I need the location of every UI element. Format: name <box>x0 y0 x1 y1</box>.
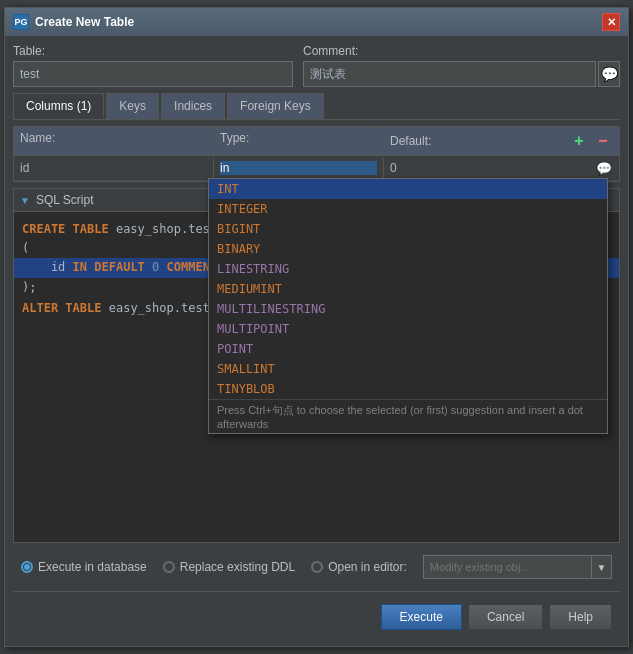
tab-columns[interactable]: Columns (1) <box>13 93 104 119</box>
title-bar-left: PG Create New Table <box>13 14 134 30</box>
col-default-input[interactable] <box>390 161 593 175</box>
execute-db-radio[interactable] <box>21 561 33 573</box>
col-type-input[interactable] <box>220 161 377 175</box>
col-type-header: Type: <box>214 127 384 155</box>
tab-keys[interactable]: Keys <box>106 93 159 119</box>
col-default-header: Default: + − <box>384 127 619 155</box>
main-window: PG Create New Table ✕ Table: Comment: 💬 <box>4 7 629 647</box>
col-default-cell: 💬 <box>384 156 619 180</box>
col-action-buttons: + − <box>569 131 613 151</box>
open-editor-option[interactable]: Open in editor: <box>311 560 407 574</box>
autocomplete-hint: Press Ctrl+句点 to choose the selected (or… <box>209 399 607 433</box>
app-icon: PG <box>13 14 29 30</box>
autocomplete-dropdown: INT INTEGER BIGINT BINARY LINESTRING MED… <box>208 178 608 434</box>
autocomplete-item-binary[interactable]: BINARY <box>209 239 607 259</box>
autocomplete-item-linestring[interactable]: LINESTRING <box>209 259 607 279</box>
col-name-input[interactable] <box>20 161 207 175</box>
remove-column-button[interactable]: − <box>593 131 613 151</box>
open-editor-input-group: ▼ <box>423 555 612 579</box>
col-name-cell <box>14 158 214 178</box>
columns-header-row: Name: Type: Default: + − <box>14 127 619 156</box>
replace-ddl-option[interactable]: Replace existing DDL <box>163 560 295 574</box>
open-editor-input[interactable] <box>423 555 592 579</box>
title-bar: PG Create New Table ✕ <box>5 8 628 36</box>
table-field-group: Table: <box>13 44 293 87</box>
comment-field-group: Comment: 💬 <box>303 44 620 87</box>
cancel-button[interactable]: Cancel <box>468 604 543 630</box>
col-type-cell: INT INTEGER BIGINT BINARY LINESTRING MED… <box>214 158 384 178</box>
help-button[interactable]: Help <box>549 604 612 630</box>
divider <box>13 591 620 592</box>
open-editor-radio[interactable] <box>311 561 323 573</box>
replace-ddl-radio[interactable] <box>163 561 175 573</box>
comment-input[interactable] <box>303 61 596 87</box>
autocomplete-item-point[interactable]: POINT <box>209 339 607 359</box>
autocomplete-item-smallint[interactable]: SMALLINT <box>209 359 607 379</box>
comment-row: 💬 <box>303 61 620 87</box>
sql-schema-table: easy_shop.test <box>116 222 217 236</box>
autocomplete-item-tinyblob[interactable]: TINYBLOB <box>209 379 607 399</box>
tab-foreign-keys[interactable]: Foreign Keys <box>227 93 324 119</box>
add-column-button[interactable]: + <box>569 131 589 151</box>
autocomplete-item-multipoint[interactable]: MULTIPOINT <box>209 319 607 339</box>
tabs-bar: Columns (1) Keys Indices Foreign Keys <box>13 93 620 120</box>
execute-button[interactable]: Execute <box>381 604 462 630</box>
col-name-header: Name: <box>14 127 214 155</box>
execute-db-option[interactable]: Execute in database <box>21 560 147 574</box>
columns-table-area: Name: Type: Default: + − <box>13 126 620 182</box>
table-comment-row: Table: Comment: 💬 <box>13 44 620 87</box>
table-label: Table: <box>13 44 293 58</box>
default-comment-icon[interactable]: 💬 <box>595 159 613 177</box>
comment-icon-button[interactable]: 💬 <box>598 61 620 87</box>
button-row: Execute Cancel Help <box>13 598 620 638</box>
tab-indices[interactable]: Indices <box>161 93 225 119</box>
autocomplete-item-bigint[interactable]: BIGINT <box>209 219 607 239</box>
sql-kw-create: CREATE TABLE <box>22 222 116 236</box>
table-input[interactable] <box>13 61 293 87</box>
open-editor-dropdown-arrow[interactable]: ▼ <box>592 555 612 579</box>
autocomplete-item-multilinestring[interactable]: MULTILINESTRING <box>209 299 607 319</box>
sql-chevron-icon: ▼ <box>20 195 30 206</box>
bottom-options: Execute in database Replace existing DDL… <box>13 549 620 585</box>
table-row: INT INTEGER BIGINT BINARY LINESTRING MED… <box>14 156 619 181</box>
window-title: Create New Table <box>35 15 134 29</box>
comment-label: Comment: <box>303 44 620 58</box>
autocomplete-item-mediumint[interactable]: MEDIUMINT <box>209 279 607 299</box>
close-button[interactable]: ✕ <box>602 13 620 31</box>
sql-header-label: SQL Script <box>36 193 94 207</box>
autocomplete-item-int[interactable]: INT <box>209 179 607 199</box>
content-area: Table: Comment: 💬 Columns (1) Keys Indic… <box>5 36 628 646</box>
autocomplete-item-integer[interactable]: INTEGER <box>209 199 607 219</box>
